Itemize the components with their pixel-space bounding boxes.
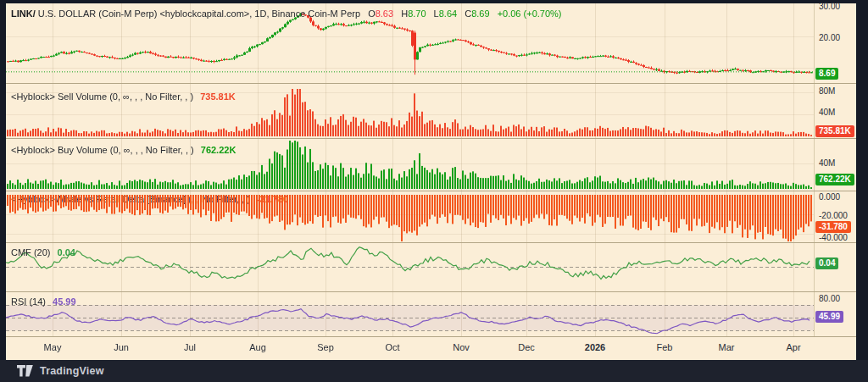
- tradingview-logo[interactable]: [17, 365, 33, 377]
- axis-tick-label: 80M: [819, 86, 835, 96]
- axis-tick-label: -20.000: [819, 211, 848, 220]
- axis-tick-label: 0.000: [819, 192, 840, 202]
- month-label: May: [44, 342, 62, 352]
- axis-tick-label: 40M: [819, 108, 835, 117]
- legend-sell-label: <Hyblock> Sell Volume (0, ∞, , , No Filt…: [11, 91, 193, 102]
- low-value: 8.64: [439, 8, 457, 19]
- legend-sell-volume[interactable]: <Hyblock> Sell Volume (0, ∞, , , No Filt…: [11, 91, 236, 102]
- legend-cmf-label: CMF (20): [11, 247, 50, 257]
- price-badge: 45.99: [815, 311, 843, 323]
- symbol-legend[interactable]: LINK/ U.S. DOLLAR (Coin-M Perp) <hyblock…: [11, 8, 562, 19]
- footer-bar: TradingView: [0, 360, 868, 382]
- high-value: 8.70: [408, 8, 426, 19]
- pane-separator[interactable]: [6, 83, 856, 84]
- month-label: Jun: [114, 342, 129, 352]
- month-label: Oct: [385, 342, 399, 352]
- price-badge: 735.81K: [815, 125, 854, 137]
- month-label: Jul: [184, 342, 196, 352]
- pane-separator[interactable]: [6, 336, 856, 337]
- open-label: O: [368, 8, 376, 19]
- chart-canvas[interactable]: [6, 3, 814, 336]
- change-value: +0.06 (+0.70%): [498, 8, 562, 19]
- tradingview-chart-window: <Hyblock>Whale vs Retail Delta [Binance]…: [0, 0, 868, 382]
- open-value: 8.63: [376, 8, 393, 19]
- close-label: C: [465, 8, 471, 19]
- legend-rsi[interactable]: RSI (14) 45.99: [11, 296, 76, 307]
- price-badge: 8.69: [815, 68, 838, 80]
- month-label: 2026: [585, 342, 605, 352]
- month-label: Mar: [719, 342, 735, 352]
- symbol-description: U.S. DOLLAR (Coin-M Perp) <hyblockcapita…: [38, 8, 360, 19]
- legend-buy-volume[interactable]: <Hyblock> Buy Volume (0, ∞, , , No Filte…: [11, 145, 236, 155]
- month-label: Nov: [453, 342, 470, 352]
- price-badge: -31.780: [815, 221, 851, 233]
- brand-text[interactable]: TradingView: [40, 365, 104, 377]
- axis-tick-label: 80.00: [819, 294, 840, 303]
- legend-buy-value: 762.22K: [201, 145, 236, 155]
- month-label: Aug: [249, 342, 266, 352]
- legend-cmf[interactable]: CMF (20) 0.04: [11, 247, 75, 257]
- month-label: Sep: [317, 342, 334, 352]
- month-label: Dec: [518, 342, 535, 352]
- legend-cmf-value: 0.04: [58, 247, 75, 257]
- pane-separator[interactable]: [6, 138, 856, 139]
- price-badge: 0.04: [815, 257, 838, 269]
- close-value: 8.69: [471, 8, 489, 19]
- pane-separator[interactable]: [6, 242, 856, 243]
- legend-buy-label: <Hyblock> Buy Volume (0, ∞, , , No Filte…: [11, 145, 194, 155]
- symbol-name: LINK/: [11, 8, 36, 19]
- legend-sell-value: 735.81K: [200, 91, 236, 102]
- pane-separator[interactable]: [6, 291, 856, 292]
- axis-tick-label: 30.00: [819, 2, 840, 11]
- axis-tick-label: 20.00: [819, 33, 840, 42]
- legend-rsi-value: 45.99: [53, 296, 76, 307]
- price-badge: 762.22K: [815, 174, 854, 185]
- high-label: H: [401, 8, 408, 19]
- month-label: Apr: [786, 342, 800, 352]
- pane-separator[interactable]: [6, 191, 856, 191]
- axis-tick-label: 40M: [819, 158, 835, 168]
- axis-tick-label: -40.000: [819, 233, 848, 242]
- price-axis-line: [814, 3, 815, 336]
- month-label: Feb: [657, 342, 673, 352]
- legend-rsi-label: RSI (14): [11, 296, 46, 307]
